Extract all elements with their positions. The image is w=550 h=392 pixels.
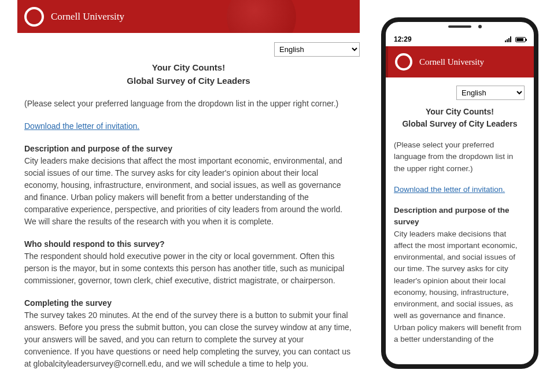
survey-title-2: Global Survey of City Leaders [394,118,526,130]
survey-title-1: Your City Counts! [394,106,526,118]
cornell-seal-icon [23,6,45,28]
survey-title-1: Your City Counts! [24,61,353,75]
phone-camera-icon [478,25,482,28]
survey-content: Your City Counts! Global Survey of City … [17,61,360,370]
description-heading: Description and purpose of the survey [394,205,526,228]
desktop-header: Cornell University [17,0,360,33]
mobile-device-frame: 12:29 Cornell University English Your Ci… [381,17,538,369]
language-select[interactable]: English [456,86,525,100]
language-select[interactable]: English [274,42,360,57]
description-heading: Description and purpose of the survey [24,143,353,155]
description-section: Description and purpose of the survey Ci… [24,143,353,228]
desktop-view: Cornell University English Your City Cou… [17,0,360,380]
mobile-survey-content: Your City Counts! Global Survey of City … [386,106,534,345]
cornell-seal-icon [394,52,414,72]
description-section: Description and purpose of the survey Ci… [394,205,526,345]
description-body: City leaders make decisions that affect … [394,230,522,343]
status-time: 12:29 [394,35,412,43]
description-body: City leaders make decisions that affect … [24,156,342,226]
mobile-viewport: Cornell University English Your City Cou… [386,46,534,364]
phone-speaker-icon [448,25,471,28]
brand-name: Cornell University [419,57,484,67]
battery-icon [515,37,526,42]
language-row: English [17,33,360,61]
status-icons [505,36,526,42]
survey-title-2: Global Survey of City Leaders [24,75,353,88]
language-hint: (Please select your preferred language f… [24,98,353,110]
who-section: Who should respond to this survey? The r… [24,238,353,287]
language-hint: (Please select your preferred language f… [394,139,526,175]
download-invitation-link[interactable]: Download the letter of invitation. [394,185,505,194]
completing-body: The survey takes 20 minutes. At the end … [24,310,352,368]
mobile-status-bar: 12:29 [386,32,534,46]
header-medallion [227,0,296,33]
mobile-header: Cornell University [386,46,534,77]
signal-icon [505,36,513,42]
completing-section: Completing the survey The survey takes 2… [24,297,353,370]
mobile-language-row: English [386,77,534,106]
download-invitation-link[interactable]: Download the letter of invitation. [24,121,139,131]
brand-name: Cornell University [51,11,124,23]
who-body: The respondent should hold executive pow… [24,252,344,285]
who-heading: Who should respond to this survey? [24,238,353,250]
completing-heading: Completing the survey [24,297,353,309]
